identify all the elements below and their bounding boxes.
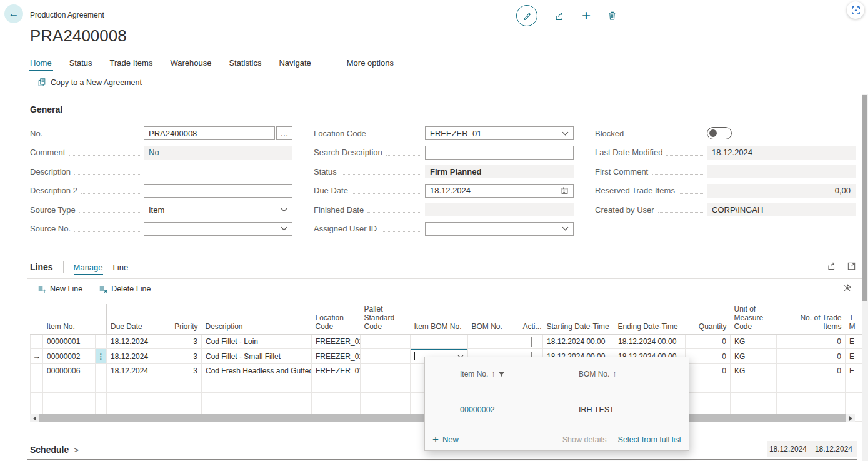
cell-location-code[interactable]: FREEZER_01 [312, 364, 361, 378]
cell-no-of-trade-items[interactable]: 0 [777, 349, 846, 364]
cell-pallet-standard-code[interactable] [361, 335, 411, 349]
due-date-input[interactable]: 18.12.2024 [425, 184, 574, 198]
copy-to-new-agreement-button[interactable]: Copy to a New Agreement [37, 78, 142, 87]
col-ending-date-time[interactable]: Ending Date-Time [614, 304, 686, 335]
new-line-button[interactable]: New Line [37, 285, 82, 293]
popup-item-no-link[interactable]: 00000002 [460, 405, 495, 414]
cell-starting-date-time[interactable]: 18.12.2024 00:00 [543, 335, 614, 349]
col-starting-date-time[interactable]: Starting Date-Time [543, 304, 614, 335]
description-input[interactable] [144, 165, 292, 178]
col-location-code[interactable]: Location Code [312, 304, 361, 335]
cell-ending-date-time[interactable]: 18.12.2024 00:00 [614, 335, 686, 349]
popup-new-button[interactable]: + New [432, 434, 459, 445]
source-no-select[interactable] [144, 222, 292, 236]
tab-navigate[interactable]: Navigate [279, 58, 311, 68]
search-description-input[interactable] [425, 146, 574, 160]
lines-tab-line[interactable]: Line [113, 263, 129, 272]
cell-unit-of-measure-code[interactable]: KG [731, 364, 777, 378]
popup-result-row[interactable]: 00000002 IRH TEST [425, 383, 689, 428]
cell-pallet-standard-code[interactable] [361, 364, 411, 378]
tab-statistics[interactable]: Statistics [229, 58, 261, 68]
col-no-of-trade-items[interactable]: No. of Trade Items [777, 304, 846, 335]
cell-no-of-trade-items[interactable]: 0 [777, 364, 846, 378]
lines-heading[interactable]: Lines [30, 262, 53, 272]
cell-item-no[interactable]: 00000001 [43, 335, 96, 349]
cell-location-code[interactable]: FREEZER_01 [312, 349, 361, 364]
location-code-select[interactable]: FREEZER_01 [425, 126, 574, 140]
cell-due-date[interactable]: 18.12.2024 [107, 335, 154, 349]
edit-button[interactable] [516, 5, 537, 26]
cell-item-no[interactable]: 00000002 [43, 349, 96, 364]
tab-warehouse[interactable]: Warehouse [170, 58, 211, 68]
tab-more-options[interactable]: More options [347, 58, 394, 68]
cell-description[interactable]: Cod Fresh Headless and Gutted [202, 364, 312, 378]
schedule-section-toggle[interactable]: Schedule > [30, 445, 79, 455]
share-button[interactable] [554, 11, 565, 21]
cell-quantity[interactable]: 0 [686, 349, 731, 364]
tab-trade-items[interactable]: Trade Items [110, 58, 153, 68]
calendar-icon[interactable] [561, 186, 569, 195]
cell-due-date[interactable]: 18.12.2024 [107, 364, 154, 378]
col-item-bom-no[interactable]: Item BOM No. [411, 304, 468, 335]
back-button[interactable]: ← [4, 4, 23, 23]
col-bom-no[interactable]: BOM No. [468, 304, 519, 335]
cell-priority[interactable]: 3 [154, 335, 202, 349]
no-input[interactable]: PRA2400008 [144, 126, 275, 140]
row-selector[interactable] [31, 364, 43, 378]
vertical-scrollbar-thumb[interactable] [862, 95, 867, 301]
description-2-input[interactable] [144, 184, 292, 198]
unpin-icon[interactable] [842, 283, 852, 293]
cell-description[interactable]: Cod Fillet - Small Fillet [202, 349, 312, 364]
cell-item-no[interactable]: 00000006 [43, 364, 96, 378]
cell-due-date[interactable]: 18.12.2024 [107, 349, 154, 364]
vertical-scrollbar[interactable] [862, 94, 868, 461]
row-selector[interactable]: → [31, 349, 43, 364]
no-lookup-button[interactable]: … [276, 126, 292, 140]
source-type-select[interactable]: Item [144, 203, 292, 216]
col-due-date[interactable]: Due Date [107, 304, 154, 335]
col-priority[interactable]: Priority [154, 304, 202, 335]
new-button[interactable]: + [582, 8, 591, 23]
select-from-full-list-button[interactable]: Select from full list [618, 435, 681, 444]
tab-status[interactable]: Status [69, 58, 92, 68]
scroll-left-arrow-icon[interactable] [30, 416, 39, 421]
popup-col-bom-no[interactable]: BOM No. [579, 370, 609, 378]
cell-row-menu[interactable] [96, 364, 107, 378]
cell-pallet-standard-code[interactable] [361, 349, 411, 364]
comment-value[interactable]: No [144, 146, 292, 160]
col-item-no[interactable]: Item No. [43, 304, 96, 335]
table-row[interactable]: 00000001 18.12.2024 3 Cod Fillet - Loin … [31, 335, 868, 349]
popout-icon[interactable] [847, 261, 856, 271]
col-unit-of-measure-code[interactable]: Unit of Measure Code [731, 304, 777, 335]
cell-unit-of-measure-code[interactable]: KG [731, 335, 777, 349]
scroll-right-arrow-icon[interactable] [846, 416, 855, 421]
cell-location-code[interactable]: FREEZER_01 [312, 335, 361, 349]
cell-description[interactable]: Cod Fillet - Loin [202, 335, 312, 349]
general-heading[interactable]: General [30, 104, 62, 114]
assigned-user-id-select[interactable] [425, 222, 574, 236]
col-active[interactable]: Acti... [519, 304, 543, 335]
cell-no-of-trade-items[interactable]: 0 [777, 335, 846, 349]
environment-button[interactable] [847, 1, 864, 19]
lines-tab-manage[interactable]: Manage [74, 263, 103, 272]
cell-quantity[interactable]: 0 [686, 364, 731, 378]
cell-priority[interactable]: 3 [154, 349, 202, 364]
cell-quantity[interactable]: 0 [686, 335, 731, 349]
col-pallet-standard-code[interactable]: Pallet Standard Code [361, 304, 411, 335]
cell-unit-of-measure-code[interactable]: KG [731, 349, 777, 364]
share-part-icon[interactable] [827, 261, 837, 271]
cell-row-menu[interactable] [96, 335, 107, 349]
cell-bom-no[interactable] [468, 335, 519, 349]
cell-priority[interactable]: 3 [154, 364, 202, 378]
cell-item-bom-no[interactable] [411, 335, 468, 349]
row-menu-button[interactable]: ⋮ [96, 349, 107, 364]
col-quantity[interactable]: Quantity [686, 304, 731, 335]
delete-line-button[interactable]: Delete Line [99, 285, 151, 293]
active-checkbox[interactable] [531, 337, 532, 347]
tab-home[interactable]: Home [30, 58, 52, 68]
popup-col-item-no[interactable]: Item No. [460, 370, 488, 378]
delete-button[interactable] [607, 11, 617, 21]
blocked-toggle[interactable] [707, 127, 732, 139]
col-description[interactable]: Description [202, 304, 312, 335]
row-selector[interactable] [31, 335, 43, 349]
